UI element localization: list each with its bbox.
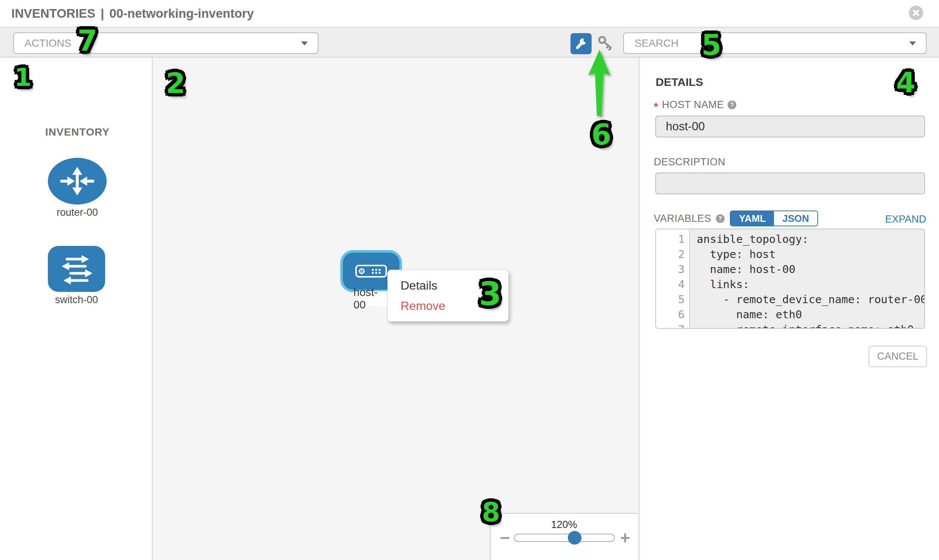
line-number: 1 bbox=[656, 232, 689, 247]
switch-icon bbox=[54, 251, 99, 287]
variables-label-group: VARIABLES ? bbox=[654, 213, 725, 225]
context-menu-item-details[interactable]: Details bbox=[388, 275, 508, 295]
details-title: DETAILS bbox=[656, 76, 703, 89]
line-number: 5 bbox=[656, 292, 689, 307]
close-button[interactable] bbox=[909, 6, 923, 20]
line-number: 3 bbox=[656, 262, 689, 277]
palette-item-router[interactable]: router-00 bbox=[48, 158, 106, 205]
code-line: remote_interface_name: eth0 bbox=[697, 322, 924, 329]
host-name-label-row: * HOST NAME ? bbox=[654, 99, 736, 111]
router-icon bbox=[54, 162, 100, 200]
caret-down-icon bbox=[909, 42, 916, 46]
actions-placeholder: ACTIONS bbox=[25, 37, 71, 49]
code-line: ansible_topology: bbox=[697, 232, 924, 247]
inventory-topology-page: INVENTORIES | 00-networking-inventory AC… bbox=[0, 0, 939, 560]
line-number: 6 bbox=[656, 307, 689, 322]
host-name-label: HOST NAME bbox=[662, 99, 724, 111]
palette-item-label: switch-00 bbox=[48, 294, 105, 306]
code-line: type: host bbox=[697, 247, 924, 262]
search-dropdown[interactable]: SEARCH bbox=[623, 32, 927, 54]
key-icon bbox=[597, 35, 614, 51]
description-label: DESCRIPTION bbox=[654, 156, 725, 168]
line-number: 4 bbox=[656, 277, 689, 292]
caret-down-icon bbox=[301, 42, 308, 46]
toolbar: ACTIONS SEARCH bbox=[0, 27, 939, 58]
inventory-palette: INVENTORY router-00 bbox=[0, 58, 153, 560]
zoom-out-button[interactable]: − bbox=[498, 529, 511, 547]
variables-code-editor[interactable]: 1 2 3 4 5 6 7 ansible_topology: type: ho… bbox=[655, 229, 925, 329]
expand-link[interactable]: EXPAND bbox=[885, 214, 926, 225]
wrench-icon bbox=[575, 37, 587, 50]
editor-line-numbers: 1 2 3 4 5 6 7 bbox=[656, 229, 690, 328]
description-label-row: DESCRIPTION bbox=[654, 156, 725, 168]
variables-row: VARIABLES ? YAML JSON EXPAND bbox=[654, 211, 927, 226]
key-credentials-button[interactable] bbox=[597, 34, 614, 52]
zoom-slider-track[interactable] bbox=[514, 534, 615, 542]
palette-item-switch[interactable]: switch-00 bbox=[48, 246, 105, 292]
details-panel: DETAILS * HOST NAME ? DESCRIPTION VARIAB… bbox=[639, 58, 939, 560]
title-separator: | bbox=[100, 6, 104, 21]
description-input[interactable] bbox=[655, 172, 925, 194]
inventory-name: 00-networking-inventory bbox=[109, 6, 254, 21]
context-menu-item-remove[interactable]: Remove bbox=[388, 295, 508, 316]
zoom-slider-thumb[interactable] bbox=[568, 531, 581, 545]
search-placeholder: SEARCH bbox=[635, 37, 678, 49]
line-number: 7 bbox=[656, 322, 689, 329]
host-name-input[interactable] bbox=[655, 115, 925, 137]
cancel-button[interactable]: CANCEL bbox=[868, 346, 927, 367]
variables-label: VARIABLES bbox=[654, 213, 711, 225]
breadcrumb: INVENTORIES bbox=[11, 6, 95, 21]
configure-tools-button[interactable] bbox=[570, 33, 592, 54]
variables-format-toggle: YAML JSON bbox=[730, 211, 818, 226]
palette-title: INVENTORY bbox=[45, 126, 109, 138]
zoom-control: 120% − + bbox=[490, 513, 638, 560]
line-number: 2 bbox=[656, 247, 689, 262]
switch-shape bbox=[48, 246, 105, 292]
zoom-in-button[interactable]: + bbox=[619, 529, 632, 547]
page-title: INVENTORIES | 00-networking-inventory bbox=[11, 0, 254, 27]
yaml-toggle-button[interactable]: YAML bbox=[731, 211, 774, 226]
router-shape bbox=[48, 158, 106, 205]
code-line: name: eth0 bbox=[697, 307, 924, 322]
title-bar: INVENTORIES | 00-networking-inventory bbox=[0, 0, 939, 27]
json-toggle-button[interactable]: JSON bbox=[774, 211, 817, 226]
help-icon[interactable]: ? bbox=[728, 100, 736, 109]
host-icon bbox=[355, 265, 387, 278]
code-line: name: host-00 bbox=[697, 262, 924, 277]
palette-item-label: router-00 bbox=[48, 207, 106, 218]
node-context-menu: Details Remove bbox=[387, 270, 509, 322]
zoom-level: 120% bbox=[526, 519, 602, 531]
required-mark: * bbox=[654, 103, 658, 110]
code-line: links: bbox=[697, 277, 924, 292]
editor-code-lines: ansible_topology: type: host name: host-… bbox=[691, 229, 924, 329]
code-line: - remote_device_name: router-00 bbox=[697, 292, 924, 307]
host-node-label: host-00 bbox=[353, 291, 390, 306]
close-icon bbox=[912, 9, 920, 17]
help-icon[interactable]: ? bbox=[716, 214, 725, 223]
actions-dropdown[interactable]: ACTIONS bbox=[13, 32, 318, 54]
